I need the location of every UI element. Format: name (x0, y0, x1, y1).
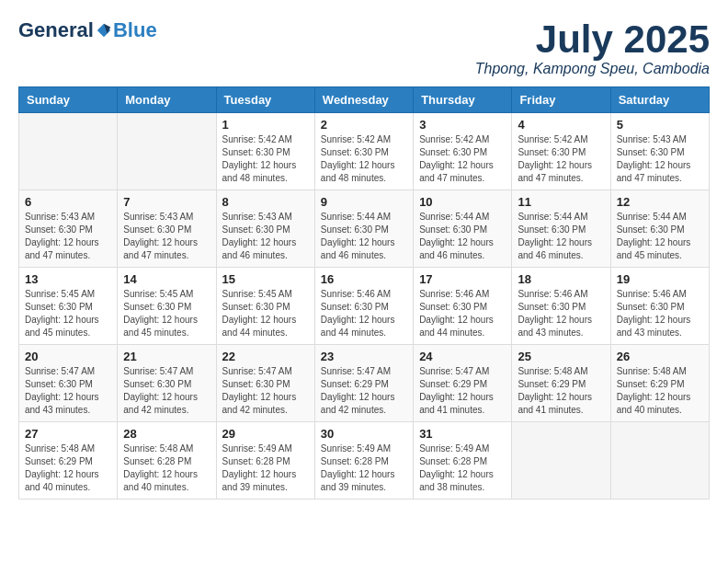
calendar-cell: 26Sunrise: 5:48 AMSunset: 6:29 PMDayligh… (610, 345, 709, 422)
daylight-text: Daylight: 12 hours and 40 minutes. (123, 468, 210, 494)
day-number: 31 (419, 427, 506, 441)
logo-icon (96, 22, 112, 39)
day-number: 8 (222, 195, 309, 209)
sunrise-text: Sunrise: 5:44 AM (617, 211, 703, 224)
cell-content: Sunrise: 5:43 AMSunset: 6:30 PMDaylight:… (222, 211, 309, 262)
sunset-text: Sunset: 6:30 PM (123, 301, 210, 314)
sunrise-text: Sunrise: 5:47 AM (123, 365, 210, 378)
cell-content: Sunrise: 5:49 AMSunset: 6:28 PMDaylight:… (321, 442, 407, 494)
calendar-header-row: SundayMondayTuesdayWednesdayThursdayFrid… (19, 87, 710, 113)
sunset-text: Sunset: 6:30 PM (518, 301, 604, 314)
calendar-week-row: 27Sunrise: 5:48 AMSunset: 6:29 PMDayligh… (19, 422, 710, 500)
sunset-text: Sunset: 6:28 PM (419, 455, 506, 468)
day-number: 1 (222, 118, 309, 132)
calendar-cell: 8Sunrise: 5:43 AMSunset: 6:30 PMDaylight… (216, 190, 314, 268)
calendar-cell: 10Sunrise: 5:44 AMSunset: 6:30 PMDayligh… (414, 190, 512, 268)
sunset-text: Sunset: 6:30 PM (25, 301, 111, 314)
daylight-text: Daylight: 12 hours and 47 minutes. (25, 236, 111, 262)
day-number: 6 (25, 195, 111, 209)
day-number: 17 (419, 272, 506, 286)
sunset-text: Sunset: 6:29 PM (419, 378, 506, 391)
calendar-cell: 29Sunrise: 5:49 AMSunset: 6:28 PMDayligh… (216, 422, 314, 500)
daylight-text: Daylight: 12 hours and 46 minutes. (321, 236, 407, 262)
day-number: 25 (518, 350, 604, 363)
calendar-cell: 27Sunrise: 5:48 AMSunset: 6:29 PMDayligh… (19, 422, 118, 500)
calendar-cell: 21Sunrise: 5:47 AMSunset: 6:30 PMDayligh… (118, 345, 216, 422)
calendar-cell: 7Sunrise: 5:43 AMSunset: 6:30 PMDaylight… (118, 190, 216, 268)
cell-content: Sunrise: 5:49 AMSunset: 6:28 PMDaylight:… (419, 442, 506, 494)
calendar-cell: 9Sunrise: 5:44 AMSunset: 6:30 PMDaylight… (314, 190, 413, 268)
weekday-header: Sunday (19, 87, 118, 113)
cell-content: Sunrise: 5:48 AMSunset: 6:29 PMDaylight:… (25, 442, 111, 494)
daylight-text: Daylight: 12 hours and 43 minutes. (617, 314, 703, 339)
calendar-cell: 18Sunrise: 5:46 AMSunset: 6:30 PMDayligh… (512, 268, 610, 345)
day-number: 9 (321, 195, 407, 209)
cell-content: Sunrise: 5:48 AMSunset: 6:28 PMDaylight:… (123, 442, 210, 494)
sunrise-text: Sunrise: 5:47 AM (321, 365, 407, 378)
sunset-text: Sunset: 6:30 PM (25, 224, 111, 236)
cell-content: Sunrise: 5:42 AMSunset: 6:30 PMDaylight:… (419, 133, 506, 185)
calendar-cell: 13Sunrise: 5:45 AMSunset: 6:30 PMDayligh… (19, 268, 118, 345)
weekday-header: Monday (118, 87, 216, 113)
calendar-week-row: 1Sunrise: 5:42 AMSunset: 6:30 PMDaylight… (19, 113, 710, 190)
day-number: 11 (518, 195, 604, 209)
calendar-cell: 4Sunrise: 5:42 AMSunset: 6:30 PMDaylight… (512, 113, 610, 190)
sunset-text: Sunset: 6:29 PM (518, 378, 604, 391)
daylight-text: Daylight: 12 hours and 47 minutes. (419, 159, 506, 185)
day-number: 3 (419, 118, 506, 132)
weekday-header: Saturday (610, 87, 709, 113)
calendar-cell: 16Sunrise: 5:46 AMSunset: 6:30 PMDayligh… (314, 268, 413, 345)
daylight-text: Daylight: 12 hours and 44 minutes. (222, 314, 309, 339)
cell-content: Sunrise: 5:43 AMSunset: 6:30 PMDaylight:… (123, 211, 210, 262)
daylight-text: Daylight: 12 hours and 43 minutes. (25, 391, 111, 417)
cell-content: Sunrise: 5:49 AMSunset: 6:28 PMDaylight:… (222, 442, 309, 494)
daylight-text: Daylight: 12 hours and 42 minutes. (321, 391, 407, 417)
day-number: 10 (419, 195, 506, 209)
logo: General Blue (18, 18, 157, 42)
day-number: 7 (123, 195, 210, 209)
sunrise-text: Sunrise: 5:45 AM (222, 288, 309, 301)
calendar-table: SundayMondayTuesdayWednesdayThursdayFrid… (18, 86, 710, 500)
daylight-text: Daylight: 12 hours and 43 minutes. (518, 314, 604, 339)
daylight-text: Daylight: 12 hours and 46 minutes. (518, 236, 604, 262)
sunset-text: Sunset: 6:29 PM (617, 378, 703, 391)
cell-content: Sunrise: 5:46 AMSunset: 6:30 PMDaylight:… (518, 288, 604, 339)
cell-content: Sunrise: 5:43 AMSunset: 6:30 PMDaylight:… (617, 133, 703, 185)
daylight-text: Daylight: 12 hours and 45 minutes. (25, 314, 111, 339)
cell-content: Sunrise: 5:44 AMSunset: 6:30 PMDaylight:… (617, 211, 703, 262)
day-number: 28 (123, 427, 210, 441)
daylight-text: Daylight: 12 hours and 47 minutes. (518, 159, 604, 185)
day-number: 23 (321, 350, 407, 363)
daylight-text: Daylight: 12 hours and 47 minutes. (617, 159, 703, 185)
cell-content: Sunrise: 5:47 AMSunset: 6:29 PMDaylight:… (419, 365, 506, 417)
cell-content: Sunrise: 5:46 AMSunset: 6:30 PMDaylight:… (617, 288, 703, 339)
sunrise-text: Sunrise: 5:43 AM (123, 211, 210, 224)
sunset-text: Sunset: 6:30 PM (123, 378, 210, 391)
sunset-text: Sunset: 6:30 PM (123, 224, 210, 236)
sunset-text: Sunset: 6:30 PM (419, 224, 506, 236)
cell-content: Sunrise: 5:44 AMSunset: 6:30 PMDaylight:… (518, 211, 604, 262)
calendar-cell (610, 422, 709, 500)
sunrise-text: Sunrise: 5:44 AM (321, 211, 407, 224)
title-block: July 2025 Thpong, Kampong Speu, Cambodia (475, 18, 710, 77)
daylight-text: Daylight: 12 hours and 48 minutes. (222, 159, 309, 185)
weekday-header: Wednesday (314, 87, 413, 113)
daylight-text: Daylight: 12 hours and 44 minutes. (321, 314, 407, 339)
daylight-text: Daylight: 12 hours and 45 minutes. (123, 314, 210, 339)
calendar-cell: 19Sunrise: 5:46 AMSunset: 6:30 PMDayligh… (610, 268, 709, 345)
sunrise-text: Sunrise: 5:46 AM (617, 288, 703, 301)
sunset-text: Sunset: 6:30 PM (518, 146, 604, 159)
sunset-text: Sunset: 6:28 PM (123, 455, 210, 468)
day-number: 26 (617, 350, 703, 363)
day-number: 30 (321, 427, 407, 441)
cell-content: Sunrise: 5:42 AMSunset: 6:30 PMDaylight:… (321, 133, 407, 185)
calendar-cell: 20Sunrise: 5:47 AMSunset: 6:30 PMDayligh… (19, 345, 118, 422)
day-number: 18 (518, 272, 604, 286)
day-number: 15 (222, 272, 309, 286)
calendar-cell: 30Sunrise: 5:49 AMSunset: 6:28 PMDayligh… (314, 422, 413, 500)
sunset-text: Sunset: 6:30 PM (617, 224, 703, 236)
calendar-cell: 22Sunrise: 5:47 AMSunset: 6:30 PMDayligh… (216, 345, 314, 422)
sunrise-text: Sunrise: 5:44 AM (518, 211, 604, 224)
calendar-cell: 24Sunrise: 5:47 AMSunset: 6:29 PMDayligh… (414, 345, 512, 422)
daylight-text: Daylight: 12 hours and 46 minutes. (419, 236, 506, 262)
